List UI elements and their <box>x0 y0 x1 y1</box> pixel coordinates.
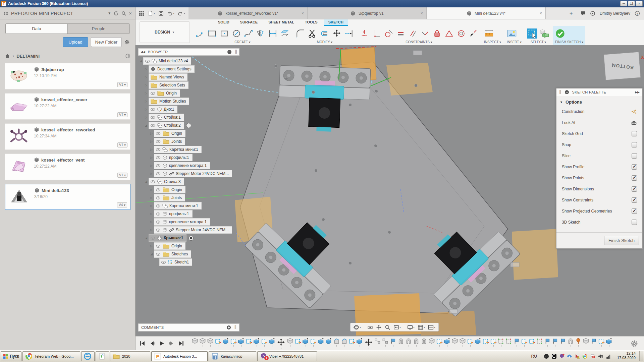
version-badge[interactable]: V1 ▾ <box>117 173 127 178</box>
version-badge[interactable]: V1 ▾ <box>117 142 127 147</box>
tree-node[interactable]: Origin <box>154 186 185 193</box>
tree-expand-arrow[interactable]: ▷ <box>144 108 149 111</box>
fit-icon[interactable]: ▾ <box>392 324 402 330</box>
visibility-eye-icon[interactable] <box>156 220 161 225</box>
pan-icon[interactable] <box>375 324 383 330</box>
timeline-feature-extrude[interactable] <box>253 338 260 347</box>
plus-circle-icon[interactable] <box>226 325 231 330</box>
timeline-settings-gear-icon[interactable] <box>631 340 641 347</box>
tree-node[interactable]: Document Settings <box>149 65 195 73</box>
minus-circle-icon[interactable] <box>227 49 232 55</box>
timeline-feature-plane[interactable] <box>552 338 558 347</box>
ribbon-tab-tools[interactable]: TOOLS <box>300 19 322 26</box>
taskbar-app-fusion[interactable]: FAutodesk Fusion 3... <box>151 351 208 361</box>
insert-image-tool[interactable] <box>507 28 517 39</box>
timeline-feature-extrude[interactable] <box>238 338 245 347</box>
ribbon-group-label[interactable]: INSPECT ▾ <box>484 40 501 45</box>
offset-tool[interactable] <box>320 28 330 39</box>
show-constraints-checkbox[interactable] <box>632 197 637 203</box>
tangent-tool[interactable] <box>384 28 394 39</box>
zoom-icon[interactable] <box>384 324 391 330</box>
timeline-feature-joint[interactable] <box>397 338 404 347</box>
visibility-eye-icon[interactable] <box>161 260 166 265</box>
globe-icon[interactable] <box>125 53 130 59</box>
ribbon-group-label[interactable]: MODIFY ▾ <box>296 40 354 45</box>
rectangle-tool[interactable] <box>207 28 217 39</box>
job-status-icon[interactable] <box>590 11 595 16</box>
timeline-feature-mirror[interactable] <box>505 338 512 347</box>
new-folder-button[interactable]: New Folder <box>91 37 122 47</box>
trim-tool[interactable] <box>308 28 318 39</box>
timeline-feature-extrude[interactable] <box>606 338 612 347</box>
finish-sketch-button[interactable]: Finish Sketch <box>604 236 639 245</box>
tree-expand-arrow[interactable]: ▷ <box>149 140 154 143</box>
look-at-icon[interactable] <box>366 324 374 330</box>
file-new-icon[interactable]: ▾ <box>148 11 155 16</box>
close-panel-icon[interactable]: × <box>129 10 132 16</box>
move-tool[interactable] <box>332 28 342 39</box>
taskbar-app-chrome[interactable]: Telegram Web - Goog... <box>22 351 80 361</box>
snap-checkbox[interactable] <box>632 142 637 147</box>
timeline-feature-extrude[interactable] <box>302 338 309 347</box>
show-points-checkbox[interactable] <box>632 175 637 181</box>
show-desktop-button[interactable] <box>639 351 643 361</box>
measure-tool[interactable] <box>484 28 494 39</box>
tree-expand-arrow[interactable]: ▷ <box>149 204 154 207</box>
tree-node[interactable]: Mini delta123 v4 <box>143 57 191 65</box>
timeline-feature-cube[interactable] <box>583 338 589 347</box>
visibility-eye-icon[interactable] <box>156 187 161 192</box>
timeline-skip-start-button[interactable] <box>140 341 145 346</box>
visibility-eye-icon[interactable] <box>145 59 150 64</box>
version-badge[interactable]: V1 ▾ <box>117 112 127 117</box>
timeline-feature-sketch[interactable] <box>529 338 535 347</box>
finish-check-tool[interactable] <box>555 28 565 39</box>
orbit-icon[interactable]: ▾ <box>353 324 362 330</box>
visibility-eye-icon[interactable] <box>156 163 161 168</box>
tree-node[interactable]: Named Views <box>149 73 187 81</box>
tree-expand-arrow[interactable]: ▷ <box>149 172 154 175</box>
version-badge[interactable]: V4 ▾ <box>117 202 127 207</box>
tree-expand-arrow[interactable]: ▷ <box>149 220 154 224</box>
collapse-section-icon[interactable]: ▼ <box>560 101 563 104</box>
timeline-feature-sketch[interactable] <box>294 338 301 347</box>
timeline-feature-joint[interactable] <box>413 338 420 347</box>
timeline-feature-sketch[interactable] <box>490 338 497 347</box>
timeline-feature-cube[interactable] <box>192 338 198 347</box>
tree-node[interactable]: Стойка:3 <box>149 178 184 185</box>
language-indicator[interactable]: RU <box>529 351 540 361</box>
ribbon-group-label[interactable]: SELECT ▾ <box>527 40 549 45</box>
document-tab[interactable]: Mini delta123 v4*× <box>427 7 546 19</box>
equal-tool[interactable] <box>396 28 406 39</box>
refresh-icon[interactable] <box>113 11 119 16</box>
timeline-feature-sketch[interactable] <box>310 338 317 347</box>
collinear-tool[interactable] <box>468 28 478 39</box>
fillet-tool[interactable] <box>296 28 306 39</box>
tree-expand-arrow[interactable]: ▷ <box>149 228 154 232</box>
timeline-feature-cube[interactable] <box>287 338 293 347</box>
tree-node[interactable]: Стойка:1 <box>149 114 184 121</box>
tree-expand-arrow[interactable]: ▷ <box>149 196 154 199</box>
home-icon[interactable] <box>5 53 10 59</box>
minimize-button[interactable]: ─ <box>620 1 627 6</box>
select-blocks-tool[interactable] <box>539 28 549 39</box>
timeline-feature-plane[interactable] <box>590 338 597 347</box>
tree-expand-arrow[interactable]: ◢ <box>144 236 149 240</box>
expand-panel-icon[interactable]: ▶▶ <box>635 90 640 94</box>
ribbon-tab-surface[interactable]: SURFACE <box>235 19 263 26</box>
timeline-feature-extrude[interactable] <box>222 338 229 347</box>
tree-node[interactable]: Joints <box>154 194 185 201</box>
line-tool[interactable] <box>195 28 205 39</box>
activate-component-radio[interactable] <box>186 123 191 128</box>
spline-tool[interactable] <box>244 28 254 39</box>
timeline-feature-mirror[interactable] <box>536 338 543 347</box>
timeline-feature-mirror[interactable] <box>498 338 504 347</box>
ribbon-group-label[interactable]: INSERT ▾ <box>507 40 522 45</box>
construction-icon[interactable] <box>631 109 637 115</box>
tree-expand-arrow[interactable]: ▷ <box>149 164 154 167</box>
version-badge[interactable]: V1 ▾ <box>117 82 127 87</box>
timeline-feature-sketch[interactable] <box>246 338 252 347</box>
tree-node[interactable]: Дно:1 <box>149 106 177 113</box>
3d-sketch-checkbox[interactable] <box>632 220 637 225</box>
tree-node[interactable]: Stepper Motor 24VDC NEM... <box>154 226 232 234</box>
grid-settings-icon[interactable]: ▾ <box>417 324 426 330</box>
